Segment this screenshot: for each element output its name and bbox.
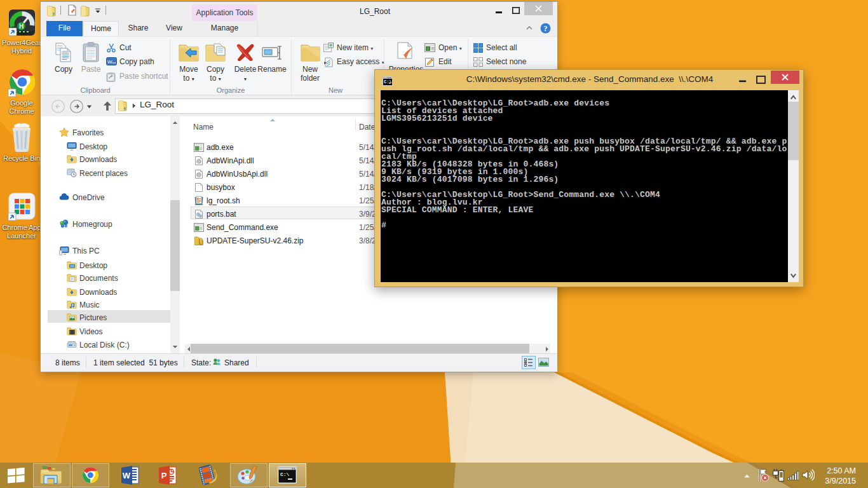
svg-text:W: W: [107, 59, 112, 65]
svg-text:W: W: [123, 471, 131, 480]
svg-text:H: H: [18, 23, 23, 30]
svg-text:C:\: C:\: [280, 471, 290, 477]
svg-text:P: P: [161, 471, 167, 480]
svg-text:?: ?: [544, 24, 548, 33]
